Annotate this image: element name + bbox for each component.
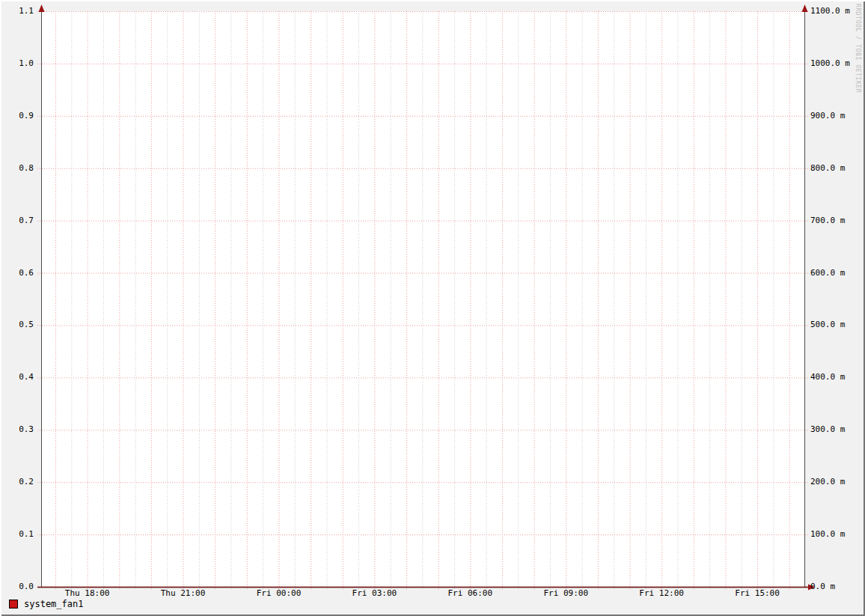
legend: system_fan1 (9, 599, 83, 609)
y-axis-left-arrow-icon (39, 4, 45, 12)
rrdtool-watermark: RRDTOOL / TOBI OETIKER (855, 4, 861, 93)
x-axis-arrow-icon (808, 585, 815, 591)
chart-canvas (0, 0, 865, 616)
rrdtool-graph: 0.00.10.20.30.40.50.60.70.80.91.01.10.0 … (0, 0, 865, 616)
y-axis-right-arrow-icon (802, 4, 808, 12)
legend-swatch-icon (9, 600, 18, 609)
legend-label: system_fan1 (24, 599, 83, 609)
plot-area (42, 11, 805, 587)
